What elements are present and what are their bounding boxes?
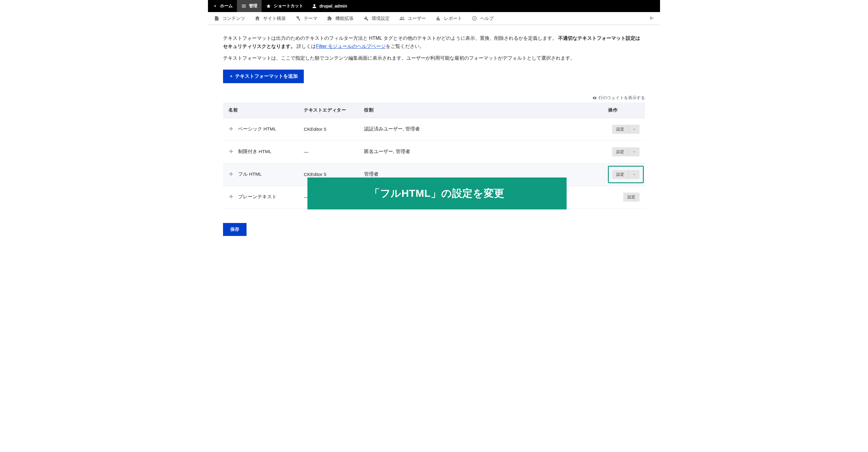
admin-menu-bar: コンテンツ サイト構築 テーマ 機能拡張 環境設定 ユーザー レポート ? ヘル… (208, 12, 660, 25)
menu-reports-label: レポート (444, 16, 462, 22)
help-text-1a: テキストフォーマットは出力のためのテキストのフィルター方法と HTML タグとそ… (223, 36, 557, 41)
toolbar-user[interactable]: drupal_admin (307, 0, 351, 12)
format-editor: — (299, 140, 359, 163)
menu-appearance[interactable]: テーマ (290, 12, 322, 25)
menu-structure[interactable]: サイト構築 (250, 12, 290, 25)
toolbar-back-home[interactable]: ホーム (208, 0, 237, 12)
toolbar-manage[interactable]: 管理 (237, 0, 261, 12)
main-content: テキストフォーマットは出力のためのテキストのフィルター方法と HTML タグとそ… (208, 25, 660, 254)
format-name: 制限付き HTML (238, 149, 272, 154)
col-header-editor: テキストエディター (299, 102, 359, 118)
menu-reports[interactable]: レポート (431, 12, 467, 25)
format-editor: CKEditor 5 (299, 118, 359, 140)
top-toolbar: ホーム 管理 ショートカット drupal_admin (208, 0, 660, 12)
chevron-down-icon[interactable] (628, 170, 640, 179)
menu-structure-label: サイト構築 (263, 16, 286, 22)
drag-handle-icon[interactable] (228, 127, 234, 132)
table-row: ベーシック HTMLCKEditor 5認証済みユーザー, 管理者設定 (223, 118, 645, 140)
toggle-weights-label: 行のウェイトを表示する (598, 95, 645, 101)
menu-help[interactable]: ? ヘルプ (467, 12, 498, 25)
chevron-down-icon[interactable] (628, 125, 640, 134)
svg-text:?: ? (473, 17, 475, 20)
help-paragraph-2: テキストフォーマットは、ここで指定した順でコンテンツ編集画面に表示されます。ユー… (223, 54, 645, 62)
menu-extend[interactable]: 機能拡張 (322, 12, 358, 25)
col-header-ops: 操作 (603, 102, 645, 118)
menu-extend-label: 機能拡張 (336, 16, 353, 22)
configure-button[interactable]: 設定 (623, 193, 640, 202)
toolbar-user-label: drupal_admin (319, 4, 347, 8)
configure-button-label: 設定 (612, 149, 628, 155)
plus-icon: ＋ (229, 73, 233, 79)
annotation-callout: 「フルHTML」の設定を変更 (307, 177, 567, 209)
configure-button[interactable]: 設定 (612, 170, 640, 179)
format-roles: 匿名ユーザー, 管理者 (359, 140, 603, 163)
menu-content[interactable]: コンテンツ (209, 12, 250, 25)
menu-config[interactable]: 環境設定 (358, 12, 395, 25)
menu-help-label: ヘルプ (480, 16, 494, 22)
configure-button-label: 設定 (612, 172, 628, 177)
format-name: ベーシック HTML (238, 126, 276, 131)
help-text-1d: をご覧ください。 (386, 44, 424, 49)
collapse-icon (649, 15, 655, 22)
puzzle-icon (327, 16, 333, 21)
save-button[interactable]: 保存 (223, 223, 247, 236)
configure-button-label: 設定 (612, 127, 628, 132)
filter-help-link[interactable]: Filter モジュールのヘルプページ (316, 44, 386, 49)
menu-people-label: ユーザー (408, 16, 426, 22)
toggle-row-weights[interactable]: 行のウェイトを表示する (223, 95, 645, 101)
content-icon (214, 16, 219, 21)
toolbar-shortcuts-label: ショートカット (274, 3, 303, 9)
help-paragraph-1: テキストフォーマットは出力のためのテキストのフィルター方法と HTML タグとそ… (223, 34, 645, 50)
user-icon (312, 3, 317, 9)
toolbar-shortcuts[interactable]: ショートカット (261, 0, 307, 12)
eye-icon (592, 96, 597, 100)
configure-button[interactable]: 設定 (612, 125, 640, 134)
col-header-name: 名前 (223, 102, 299, 118)
hamburger-icon (241, 3, 247, 9)
structure-icon (255, 16, 260, 21)
col-header-roles: 役割 (359, 102, 603, 118)
drag-handle-icon[interactable] (228, 172, 234, 177)
people-icon (399, 16, 405, 21)
chevron-down-icon[interactable] (628, 147, 640, 156)
svg-point-0 (313, 4, 315, 6)
format-roles: 認証済みユーザー, 管理者 (359, 118, 603, 140)
toolbar-back-label: ホーム (220, 3, 233, 9)
configure-button[interactable]: 設定 (612, 147, 640, 156)
chevron-left-icon (212, 3, 218, 9)
drag-handle-icon[interactable] (228, 194, 234, 200)
toolbar-manage-label: 管理 (249, 3, 257, 9)
add-text-format-button[interactable]: ＋ テキストフォーマットを追加 (223, 70, 304, 83)
format-name: フル HTML (238, 171, 262, 176)
star-icon (266, 3, 271, 9)
menu-people[interactable]: ユーザー (395, 12, 431, 25)
help-icon: ? (472, 16, 477, 21)
configure-button-label: 設定 (623, 194, 640, 200)
menu-content-label: コンテンツ (222, 16, 245, 22)
menu-config-label: 環境設定 (372, 16, 390, 22)
reports-icon (435, 16, 441, 21)
config-wrench-icon (363, 16, 369, 21)
menu-appearance-label: テーマ (304, 16, 317, 22)
format-name: プレーンテキスト (238, 194, 277, 199)
table-row: 制限付き HTML—匿名ユーザー, 管理者設定 (223, 140, 645, 163)
add-button-label: テキストフォーマットを追加 (235, 73, 298, 79)
help-text-1c: 詳しくは (297, 44, 316, 49)
toolbar-collapse[interactable] (645, 12, 659, 25)
wrench-icon (296, 16, 301, 21)
drag-handle-icon[interactable] (228, 149, 234, 155)
